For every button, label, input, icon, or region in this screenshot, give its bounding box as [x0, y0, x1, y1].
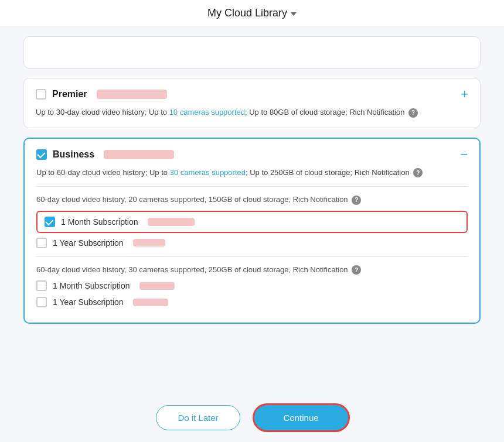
sub-section-2-help-icon[interactable]: ?: [352, 265, 361, 275]
business-30-1m-option: 1 Month Subscription: [36, 280, 468, 291]
business-30-1y-checkbox[interactable]: [36, 297, 47, 307]
business-30-1y-label: 1 Year Subscription: [53, 297, 124, 307]
business-1y-option: 1 Year Subscription: [36, 238, 468, 248]
business-30-1m-price: [139, 282, 175, 290]
premier-card: Premier + Up to 30-day cloud video histo…: [23, 78, 481, 128]
business-1y-checkbox[interactable]: [36, 238, 47, 248]
business-highlight-cameras: 30 cameras supported: [170, 168, 246, 177]
app-title: My Cloud Library: [207, 7, 287, 19]
sub-section-1-desc: 60-day cloud video history, 20 cameras s…: [36, 195, 468, 205]
premier-desc: Up to 30-day cloud video history; Up to …: [36, 107, 468, 118]
business-30-1y-price: [133, 299, 168, 306]
premier-card-header: Premier +: [36, 88, 468, 101]
premier-add-button[interactable]: +: [461, 88, 468, 101]
premier-plan-name: Premier: [52, 89, 87, 100]
premier-checkbox[interactable]: [36, 89, 46, 100]
business-1m-option-highlighted: 1 Month Subscription: [36, 211, 468, 233]
business-price-blur: [104, 150, 174, 159]
business-card-header: Business −: [36, 148, 468, 161]
partial-card-text: [36, 46, 468, 56]
business-desc: Up to 60-day cloud video history; Up to …: [36, 167, 468, 179]
business-30-1y-option: 1 Year Subscription: [36, 297, 468, 307]
divider-1: [36, 186, 468, 187]
business-1m-checkbox[interactable]: [45, 217, 55, 227]
business-collapse-button[interactable]: −: [460, 148, 468, 161]
business-1m-price: [148, 218, 195, 226]
main-content: Premier + Up to 30-day cloud video histo…: [23, 36, 481, 324]
business-30-1m-checkbox[interactable]: [36, 280, 47, 291]
bottom-bar: Do it Later Continue: [0, 391, 504, 442]
business-plan-name: Business: [53, 149, 94, 160]
app-title-container: My Cloud Library: [207, 7, 297, 19]
business-checkbox[interactable]: [36, 149, 47, 160]
business-1y-price-strike: [133, 239, 165, 246]
sub-section-1-help-icon[interactable]: ?: [352, 196, 361, 205]
premier-help-icon[interactable]: ?: [408, 108, 418, 118]
premier-price-blur: [97, 90, 167, 99]
business-30-1m-label: 1 Month Subscription: [53, 281, 130, 290]
business-1m-label: 1 Month Subscription: [61, 217, 138, 227]
chevron-down-icon[interactable]: [291, 12, 297, 16]
divider-2: [36, 256, 468, 257]
business-1y-label: 1 Year Subscription: [53, 238, 124, 248]
continue-button[interactable]: Continue: [254, 405, 348, 430]
business-header-left: Business: [36, 149, 174, 160]
business-help-icon[interactable]: ?: [413, 168, 423, 177]
partial-card: [23, 36, 481, 68]
business-card: Business − Up to 60-day cloud video hist…: [23, 138, 481, 324]
do-it-later-button[interactable]: Do it Later: [156, 405, 240, 430]
premier-highlight-cameras: 10 cameras supported: [169, 108, 245, 117]
sub-section-2-desc: 60-day cloud video history, 30 cameras s…: [36, 265, 468, 275]
top-bar: My Cloud Library: [0, 0, 504, 27]
premier-header-left: Premier: [36, 89, 167, 100]
